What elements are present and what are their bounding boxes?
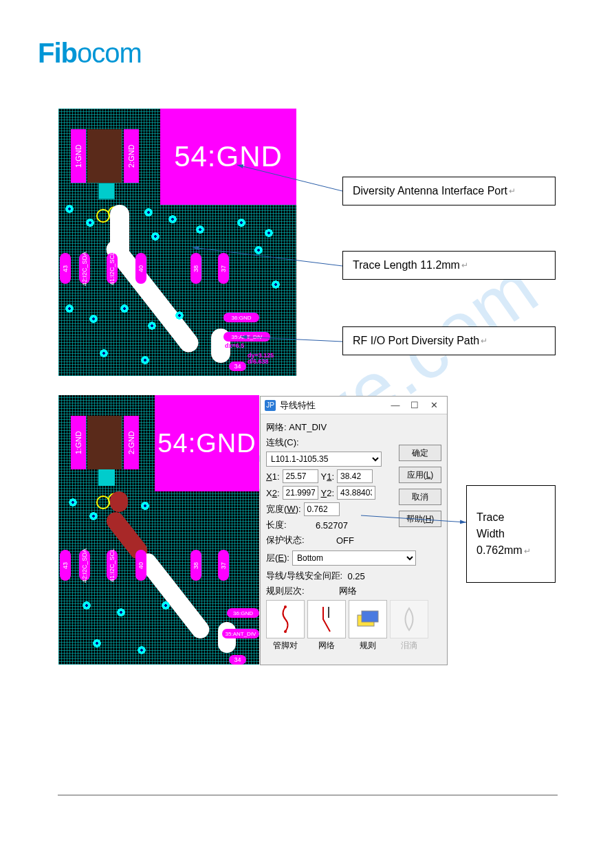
fibocom-logo: Fibocom — [38, 38, 142, 69]
pad-43: 43 — [60, 253, 71, 284]
callout-trace-width: Trace Width 0.762mm↵ — [466, 485, 556, 583]
length-value: 6.52707 — [316, 520, 348, 531]
close-button[interactable]: ✕ — [425, 399, 443, 412]
newline-icon: ↵ — [524, 546, 531, 556]
page-root: Fibocom datArchive.com 54:GND 1:GND 2:GN… — [0, 0, 614, 868]
rule-layer-value: 网络 — [339, 585, 357, 597]
callout-c1-text: Diversity Antenna Interface Port — [353, 185, 507, 197]
x2-input[interactable] — [283, 486, 318, 500]
pad-35-ant: 35:ANT_DIV — [223, 332, 270, 342]
width-input[interactable] — [304, 502, 340, 516]
gnd-block-1: 1:GND — [71, 129, 86, 183]
selected-trace-seg — [110, 491, 128, 512]
ok-button[interactable]: 确定 — [399, 445, 441, 461]
layer-select[interactable]: Bottom — [292, 550, 416, 566]
trace-properties-dialog: JP 导线特性 — ☐ ✕ 网络: ANT_DIV 连线(C): L101.1-… — [260, 396, 448, 665]
callout-c4-l2: Width — [476, 526, 505, 542]
pad-37: 37 — [218, 253, 229, 284]
tool-label-3: 规则 — [349, 640, 387, 652]
cancel-button[interactable]: 取消 — [399, 489, 441, 505]
y1-label: Y1: — [321, 471, 335, 482]
pad-38: 38 — [190, 253, 201, 284]
gnd-block-1: 1:GND — [71, 416, 86, 469]
protect-value: OFF — [336, 535, 354, 546]
pad-36-gnd: 36:GND — [227, 608, 259, 618]
gnd-block-54: 54:GND — [155, 395, 259, 491]
svg-rect-3 — [362, 611, 378, 622]
pad-37: 37 — [218, 550, 229, 581]
gnd-block-2: 2:GND — [124, 416, 139, 469]
dialog-titlebar[interactable]: JP 导线特性 — ☐ ✕ — [261, 397, 447, 414]
callout-c4-l1: Trace — [476, 509, 504, 526]
svg-point-1 — [284, 630, 287, 633]
x1-input[interactable] — [283, 469, 318, 483]
width-label: 宽度(W): — [266, 503, 301, 515]
apply-button[interactable]: 应用(L) — [399, 467, 441, 483]
clearance-label: 导线/导线安全间距: — [266, 570, 342, 582]
pad-42: 42:I2C_SDA — [79, 253, 90, 284]
dialog-app-icon: JP — [265, 400, 276, 411]
pad-41: 41:I2C_SCL — [107, 550, 118, 581]
x2-label: X2: — [266, 488, 280, 498]
pad-34: 34 — [229, 655, 246, 665]
gnd-2-label: 2:GND — [127, 144, 135, 168]
connection-select[interactable]: L101.1-J105.35 — [266, 452, 382, 467]
pad-35-ant: 35:ANT_DIV — [222, 629, 259, 638]
callout-diversity-antenna: Diversity Antenna Interface Port↵ — [342, 177, 556, 205]
svg-point-0 — [284, 605, 287, 608]
gnd-1-label: 1:GND — [74, 144, 83, 168]
logo-text-a: Fib — [38, 38, 77, 68]
brown-pad — [87, 129, 122, 183]
callout-c2-text: Trace Length 11.2mm — [353, 259, 460, 271]
tool-rule[interactable] — [349, 600, 387, 638]
newline-icon: ↵ — [481, 336, 487, 346]
tool-teardrop — [390, 600, 428, 638]
newline-icon: ↵ — [461, 260, 468, 270]
center-pad — [98, 183, 115, 199]
tool-pinpair[interactable] — [266, 600, 305, 638]
y2-label: Y2: — [321, 488, 335, 498]
dialog-body: 网络: ANT_DIV 连线(C): L101.1-J105.35 X1: Y1… — [261, 414, 447, 665]
tool-label-2: 网络 — [307, 640, 346, 652]
pcb-figure-2: 54:GND 1:GND 2:GND 43 42:I2C_SDA 41:I2C_… — [58, 395, 259, 665]
pad-43: 43 — [60, 550, 71, 581]
rule-layer-label: 规则层次: — [266, 585, 305, 597]
brown-pad — [87, 416, 122, 469]
gnd-54-label: 54:GND — [174, 140, 283, 173]
help-button[interactable]: 帮助(H) — [399, 511, 441, 527]
y2-input[interactable] — [337, 486, 375, 500]
pad-38: 38 — [190, 550, 201, 581]
maximize-button[interactable]: ☐ — [406, 399, 424, 412]
conn-label: 连线(C): — [266, 436, 299, 449]
callout-c4-l3: 0.762mm — [476, 544, 523, 556]
pad-40: 40 — [135, 253, 146, 284]
pcb-figure-1: 54:GND 1:GND 2:GND 43 42:I2C_SDA 41:I2C_… — [58, 109, 296, 376]
pad-42: 42:I2C_SDA — [79, 550, 90, 581]
y1-input[interactable] — [337, 469, 373, 483]
layer-label: 层(E): — [266, 552, 289, 564]
tool-net[interactable] — [307, 600, 346, 638]
coords-label: dy=3.125 d/6.638 — [248, 353, 274, 365]
callout-trace-length: Trace Length 11.2mm↵ — [342, 251, 556, 280]
logo-text-b: ocom — [77, 38, 142, 68]
callout-rf-io-path: RF I/O Port Diversity Path↵ — [342, 326, 556, 355]
pad-40: 40 — [135, 550, 146, 581]
dialog-title: 导线特性 — [280, 399, 385, 412]
gnd-block-2: 2:GND — [124, 129, 139, 183]
callout-c3-text: RF I/O Port Diversity Path — [353, 335, 479, 347]
dx-label: dx=6.5 — [225, 342, 244, 349]
pad-36-gnd: 36:GND — [223, 313, 259, 322]
tool-label-4: 泪滴 — [390, 640, 428, 652]
protect-label: 保护状态: — [266, 534, 316, 546]
newline-icon: ↵ — [509, 186, 516, 196]
net-label: 网络: ANT_DIV — [266, 421, 327, 434]
clearance-value: 0.25 — [347, 571, 364, 581]
center-pad — [98, 469, 115, 486]
pad-41: 41:I2C_SCL — [107, 253, 118, 284]
pad-34: 34 — [229, 361, 246, 371]
gnd-block-54: 54:GND — [160, 109, 296, 205]
x1-label: X1: — [266, 471, 280, 482]
footer-divider — [58, 794, 558, 796]
minimize-button[interactable]: — — [386, 399, 404, 412]
tool-label-1: 管脚对 — [266, 640, 305, 652]
